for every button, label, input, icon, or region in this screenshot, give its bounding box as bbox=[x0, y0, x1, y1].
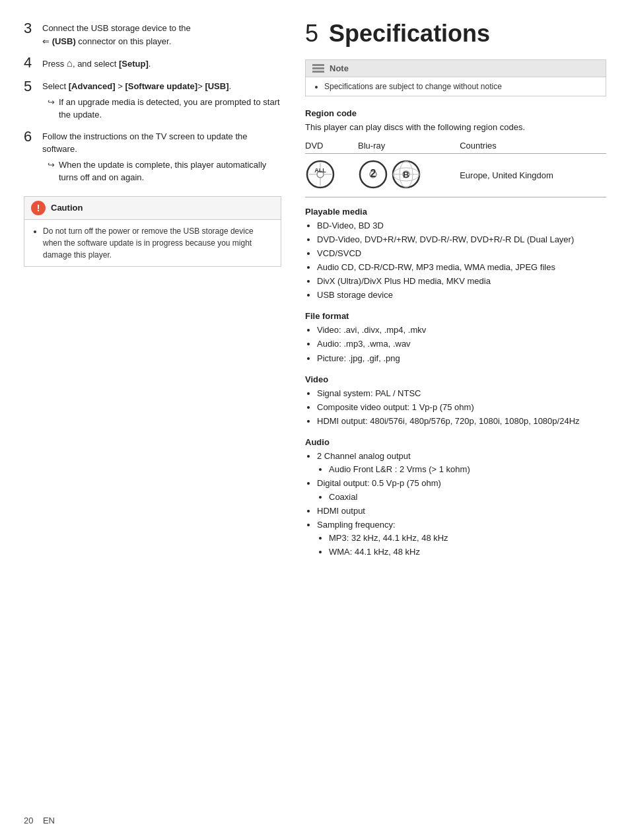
chapter-number: 5 bbox=[305, 20, 318, 47]
step-3-content: Connect the USB storage device to the ⇐ … bbox=[42, 20, 281, 48]
note-line-1 bbox=[312, 64, 324, 66]
list-item: USB storage device bbox=[317, 289, 606, 302]
list-item: Coaxial bbox=[329, 491, 606, 504]
list-item: Signal system: PAL / NTSC bbox=[317, 387, 606, 400]
bluray-disc-num-svg: 2 bbox=[358, 159, 388, 190]
dvd-disc-svg: ALL bbox=[305, 159, 335, 190]
list-item: 2 Channel analog output Audio Front L&R … bbox=[317, 450, 606, 476]
caution-title: Caution bbox=[51, 203, 83, 213]
list-item: Audio CD, CD-R/CD-RW, MP3 media, WMA med… bbox=[317, 261, 606, 274]
step-5-subbullet: ↪ If an upgrade media is detected, you a… bbox=[48, 96, 281, 122]
note-box: Note Specifications are subject to chang… bbox=[305, 59, 606, 96]
countries-cell: Europe, United Kingdom bbox=[460, 153, 606, 197]
audio-sub-list: Audio Front L&R : 2 Vrms (> 1 kohm) bbox=[317, 463, 606, 476]
note-line-2 bbox=[312, 67, 324, 69]
svg-text:B: B bbox=[403, 170, 409, 180]
step-4: 4 Press ⌂, and select [Setup]. bbox=[24, 54, 281, 71]
step-5-content: Select [Advanced] > [Software update]> [… bbox=[42, 78, 281, 122]
note-title: Note bbox=[330, 63, 349, 73]
step-6-subbullet: ↪ When the update is complete, this play… bbox=[48, 158, 281, 184]
region-code-description: This player can play discs with the foll… bbox=[305, 121, 606, 134]
step-5-sub-text: If an upgrade media is detected, you are… bbox=[59, 96, 281, 122]
note-text: Specifications are subject to change wit… bbox=[324, 82, 598, 91]
col-countries: Countries bbox=[460, 138, 606, 154]
list-item: Picture: .jpg, .gif, .png bbox=[317, 352, 606, 365]
step-6-text: Follow the instructions on the TV screen… bbox=[42, 131, 248, 155]
step-3: 3 Connect the USB storage device to the … bbox=[24, 20, 281, 48]
audio-sub-list-2: Coaxial bbox=[317, 491, 606, 504]
step-3-text2: connector on this player. bbox=[78, 36, 171, 46]
dvd-disc-cell: ALL bbox=[305, 153, 358, 197]
list-item: BD-Video, BD 3D bbox=[317, 219, 606, 232]
usb-icon: ⇐ (USB) bbox=[42, 36, 76, 46]
right-column: 5 Specifications Note Specifications are… bbox=[305, 20, 606, 564]
step-6: 6 Follow the instructions on the TV scre… bbox=[24, 128, 281, 184]
page-footer: 20 EN bbox=[24, 816, 55, 825]
list-item: HDMI output bbox=[317, 505, 606, 518]
page-lang: EN bbox=[43, 816, 55, 825]
section-title: 5 Specifications bbox=[305, 20, 606, 48]
file-format-list: Video: .avi, .divx, .mp4, .mkv Audio: .m… bbox=[305, 324, 606, 365]
list-item: Audio: .mp3, .wma, .wav bbox=[317, 337, 606, 351]
step-number-3: 3 bbox=[24, 20, 42, 37]
playable-media-heading: Playable media bbox=[305, 207, 606, 217]
step-4-bold: [Setup] bbox=[119, 59, 149, 69]
svg-text:2: 2 bbox=[370, 168, 376, 179]
list-item: WMA: 44.1 kHz, 48 kHz bbox=[329, 545, 606, 559]
caution-body: Do not turn off the power or remove the … bbox=[24, 220, 281, 266]
note-line-3 bbox=[312, 71, 324, 73]
video-heading: Video bbox=[305, 374, 606, 384]
bluray-disc-region-svg: B bbox=[391, 159, 421, 190]
list-item: VCD/SVCD bbox=[317, 247, 606, 260]
list-item: DVD-Video, DVD+R/+RW, DVD-R/-RW, DVD+R/-… bbox=[317, 233, 606, 246]
note-lines-icon bbox=[312, 64, 324, 73]
note-body: Specifications are subject to change wit… bbox=[306, 77, 606, 96]
step-5: 5 Select [Advanced] > [Software update]>… bbox=[24, 78, 281, 122]
page-number: 20 bbox=[24, 816, 33, 825]
step-3-text: Connect the USB storage device to the bbox=[42, 23, 191, 33]
step-number-5: 5 bbox=[24, 78, 42, 95]
playable-media-list: BD-Video, BD 3D DVD-Video, DVD+R/+RW, DV… bbox=[305, 219, 606, 302]
arrow-icon-5: ↪ bbox=[48, 96, 55, 109]
step-6-sub-text: When the update is complete, this player… bbox=[59, 158, 281, 184]
list-item: Composite video output: 1 Vp-p (75 ohm) bbox=[317, 401, 606, 414]
section-title-text: Specifications bbox=[329, 20, 490, 47]
note-header: Note bbox=[306, 60, 606, 77]
step-number-4: 4 bbox=[24, 54, 42, 71]
video-list: Signal system: PAL / NTSC Composite vide… bbox=[305, 387, 606, 428]
bluray-disc-cell: 2 B bbox=[358, 153, 460, 197]
caution-icon: ! bbox=[31, 201, 46, 215]
arrow-icon-6: ↪ bbox=[48, 158, 55, 172]
file-format-heading: File format bbox=[305, 311, 606, 321]
list-item: Sampling frequency: MP3: 32 kHz, 44.1 kH… bbox=[317, 518, 606, 559]
list-item: Digital output: 0.5 Vp-p (75 ohm) Coaxia… bbox=[317, 477, 606, 503]
list-item: DivX (Ultra)/DivX Plus HD media, MKV med… bbox=[317, 275, 606, 288]
caution-text: Do not turn off the power or remove the … bbox=[43, 225, 273, 261]
audio-heading: Audio bbox=[305, 437, 606, 447]
caution-box: ! Caution Do not turn off the power or r… bbox=[24, 196, 281, 267]
audio-list: 2 Channel analog output Audio Front L&R … bbox=[305, 450, 606, 559]
caution-header: ! Caution bbox=[24, 197, 281, 220]
step-6-content: Follow the instructions on the TV screen… bbox=[42, 128, 281, 184]
region-table: DVD Blu-ray Countries ALL bbox=[305, 138, 606, 197]
col-bluray: Blu-ray bbox=[358, 138, 460, 154]
list-item: Audio Front L&R : 2 Vrms (> 1 kohm) bbox=[329, 463, 606, 476]
region-code-heading: Region code bbox=[305, 108, 606, 118]
col-dvd: DVD bbox=[305, 138, 358, 154]
list-item: MP3: 32 kHz, 44.1 kHz, 48 kHz bbox=[329, 532, 606, 545]
home-icon: ⌂ bbox=[67, 57, 73, 69]
region-row: ALL bbox=[305, 153, 606, 197]
list-item: Video: .avi, .divx, .mp4, .mkv bbox=[317, 324, 606, 337]
step-number-6: 6 bbox=[24, 128, 42, 145]
left-column: 3 Connect the USB storage device to the … bbox=[24, 20, 281, 267]
audio-sub-list-3: MP3: 32 kHz, 44.1 kHz, 48 kHz WMA: 44.1 … bbox=[317, 532, 606, 559]
step-4-content: Press ⌂, and select [Setup]. bbox=[42, 54, 281, 71]
list-item: HDMI output: 480i/576i, 480p/576p, 720p,… bbox=[317, 415, 606, 428]
